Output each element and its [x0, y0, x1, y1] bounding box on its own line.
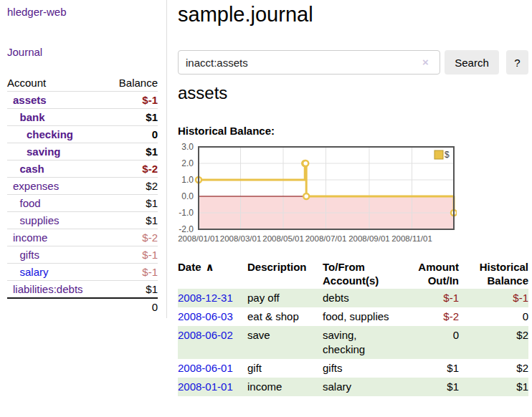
- y-tick-label: 2.0: [181, 158, 194, 168]
- register-header-amount: Amount Out/In: [402, 258, 459, 289]
- register-header-balance: Historical Balance: [459, 258, 528, 289]
- account-row: salary$-1: [7, 264, 158, 281]
- y-tick-label: -1.0: [179, 208, 194, 218]
- account-link[interactable]: expenses: [13, 180, 59, 192]
- transaction-date-link[interactable]: 2008-06-03: [178, 307, 247, 326]
- accounts-header-balance: Balance: [107, 75, 158, 92]
- account-row: food$1: [7, 195, 158, 212]
- transaction-balance: $1: [459, 378, 528, 396]
- transaction-balance: $-1: [459, 289, 528, 307]
- transaction-accounts: food, supplies: [323, 307, 402, 326]
- account-balance: $-2: [107, 160, 158, 178]
- transaction-accounts: saving, checking: [323, 326, 402, 359]
- transaction-row: 2008-12-31pay offdebts$-1$-1: [178, 289, 528, 307]
- account-row: expenses$2: [7, 178, 158, 195]
- account-link[interactable]: checking: [27, 128, 73, 140]
- search-button[interactable]: Search: [445, 50, 499, 75]
- help-button[interactable]: ?: [506, 50, 528, 75]
- x-tick-label: 2008/09/01: [348, 234, 390, 243]
- transaction-row: 2008-06-03eat & shopfood, supplies$-20: [178, 307, 528, 326]
- account-balance: $1: [107, 212, 158, 229]
- historical-balance-chart[interactable]: $3.02.01.00.0-1.0-2.02008/01/012008/03/0…: [170, 142, 457, 249]
- transaction-date-link[interactable]: 2008-01-01: [178, 378, 247, 396]
- account-row: supplies$1: [7, 212, 158, 229]
- chart-heading: Historical Balance:: [178, 125, 275, 137]
- y-tick-label: 1.0: [181, 175, 194, 185]
- x-tick-label: 2008/11/01: [391, 234, 432, 243]
- sidebar-item-journal[interactable]: Journal: [7, 46, 42, 58]
- transaction-amount: $-1: [402, 289, 459, 307]
- account-link[interactable]: gifts: [20, 249, 40, 261]
- account-title: assets: [178, 81, 227, 105]
- account-balance: 0: [107, 126, 158, 143]
- account-row: bank$1: [7, 109, 158, 126]
- legend-label: $: [445, 150, 450, 160]
- accounts-header-account: Account: [7, 75, 107, 92]
- transaction-row: 2008-01-01incomesalary$1$1: [178, 378, 528, 396]
- transaction-row: 2008-06-01giftgifts$1$2: [178, 359, 528, 378]
- account-link[interactable]: food: [20, 197, 41, 209]
- account-link[interactable]: supplies: [20, 214, 60, 226]
- account-balance: $-1: [107, 92, 158, 109]
- transaction-accounts: debts: [323, 289, 402, 307]
- account-balance: $1: [107, 195, 158, 212]
- register-header-accounts: To/From Account(s): [323, 258, 402, 289]
- account-balance: $-1: [107, 264, 158, 281]
- transaction-date-link[interactable]: 2008-06-02: [178, 326, 247, 359]
- transaction-amount: $1: [402, 359, 459, 378]
- y-tick-label: 0.0: [181, 191, 194, 201]
- register-header-description: Description: [247, 258, 323, 289]
- account-link[interactable]: bank: [20, 111, 45, 123]
- x-tick-label: 2008/03/01: [220, 234, 262, 243]
- transaction-accounts: gifts: [323, 359, 402, 378]
- x-tick-label: 2008/07/01: [305, 234, 347, 243]
- page-title: sample.journal: [178, 0, 313, 29]
- account-link[interactable]: income: [13, 231, 47, 244]
- account-link[interactable]: salary: [20, 266, 49, 278]
- account-row: checking0: [7, 126, 158, 143]
- search-input[interactable]: [178, 50, 440, 75]
- account-row: gifts$-1: [7, 246, 158, 264]
- account-row: assets$-1: [7, 92, 158, 109]
- transaction-description: save: [247, 326, 323, 359]
- sidebar-divider: [166, 0, 167, 318]
- transaction-amount: $1: [402, 378, 459, 396]
- data-point-marker: [303, 193, 309, 199]
- sort-ascending-icon: ∧: [206, 261, 214, 273]
- x-tick-label: 2008/05/01: [262, 234, 304, 243]
- register-table: Date∧ Description To/From Account(s) Amo…: [178, 258, 528, 396]
- transaction-description: gift: [247, 359, 323, 378]
- register-header-row: Date∧ Description To/From Account(s) Amo…: [178, 258, 528, 289]
- data-point-marker: [303, 160, 308, 166]
- account-balance: $1: [107, 143, 158, 160]
- accounts-total-balance: 0: [107, 298, 158, 315]
- transaction-description: eat & shop: [247, 307, 323, 326]
- transaction-amount: 0: [402, 326, 459, 359]
- clear-search-icon[interactable]: ×: [422, 57, 429, 68]
- account-link[interactable]: saving: [27, 145, 61, 158]
- account-balance: $2: [107, 178, 158, 195]
- y-tick-label: -2.0: [179, 224, 194, 234]
- legend-swatch: [434, 150, 443, 159]
- account-link[interactable]: liabilities:debts: [13, 283, 83, 295]
- accounts-balance-table: Account Balance assets$-1bank$1checking0…: [7, 75, 158, 315]
- account-balance: $1: [107, 281, 158, 299]
- account-balance: $-2: [107, 229, 158, 246]
- x-tick-label: 2008/01/01: [178, 234, 219, 243]
- register-header-date[interactable]: Date∧: [178, 258, 247, 289]
- account-link[interactable]: assets: [13, 94, 47, 106]
- y-tick-label: 3.0: [181, 142, 194, 152]
- account-row: saving$1: [7, 143, 158, 160]
- transaction-date-link[interactable]: 2008-12-31: [178, 289, 247, 307]
- transaction-balance: 0: [459, 307, 528, 326]
- account-row: liabilities:debts$1: [7, 281, 158, 299]
- transaction-amount: $-2: [402, 307, 459, 326]
- account-balance: $1: [107, 109, 158, 126]
- account-link[interactable]: cash: [20, 163, 44, 175]
- app-title-link[interactable]: hledger-web: [7, 6, 67, 18]
- transaction-row: 2008-06-02savesaving, checking0$2: [178, 326, 528, 359]
- transaction-balance: $2: [459, 326, 528, 359]
- transaction-description: income: [247, 378, 323, 396]
- transaction-date-link[interactable]: 2008-06-01: [178, 359, 247, 378]
- transaction-accounts: salary: [323, 378, 402, 396]
